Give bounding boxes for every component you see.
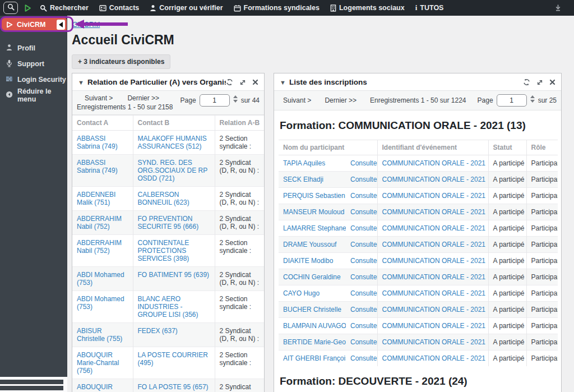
table-cell[interactable]: COMMUNICATION ORALE - 2021: [377, 188, 488, 204]
cell-link[interactable]: COMMUNICATION ORALE - 2021: [382, 192, 485, 200]
table-cell[interactable]: COMMUNICATION ORALE - 2021: [377, 302, 488, 318]
cell-link[interactable]: CONTINENTALE PROTECTIONS SERVICES (398): [138, 239, 189, 262]
page-number-input[interactable]: [497, 94, 527, 107]
cell-link[interactable]: ABDERRAHIM Nabil (752): [77, 239, 122, 255]
table-cell[interactable]: Consulter: [346, 318, 377, 334]
table-cell[interactable]: BLAMPAIN AUVAGO Claude: [279, 318, 346, 334]
table-cell[interactable]: SECK Elhadji: [279, 172, 346, 188]
table-cell[interactable]: CAYO Hugo: [279, 285, 346, 302]
cell-link[interactable]: TAPIA Aquiles: [283, 159, 325, 167]
cell-link[interactable]: Consulter: [350, 224, 377, 232]
cell-link[interactable]: Consulter: [350, 257, 377, 265]
table-cell[interactable]: Consulter: [346, 302, 377, 318]
cell-link[interactable]: Consulter: [350, 192, 377, 200]
cell-link[interactable]: Consulter: [350, 289, 377, 297]
table-cell[interactable]: Consulter: [346, 351, 377, 367]
table-cell[interactable]: Consulter: [346, 285, 377, 302]
cell-link[interactable]: COMMUNICATION ORALE - 2021: [382, 338, 485, 346]
cell-link[interactable]: MALAKOFF HUMANIS ASSURANCES (512): [138, 135, 207, 150]
table-cell[interactable]: COMMUNICATION ORALE - 2021: [377, 237, 488, 253]
cell-link[interactable]: Consulter: [350, 159, 377, 167]
page-spinner[interactable]: [233, 94, 238, 103]
sidebar-item-profil[interactable]: Profil: [0, 40, 67, 56]
pager-last-link[interactable]: Dernier >>: [127, 94, 159, 102]
table-cell[interactable]: COMMUNICATION ORALE - 2021: [377, 269, 488, 285]
cell-link[interactable]: DRAME Youssouf: [283, 241, 336, 248]
table-cell[interactable]: Consulter: [346, 204, 377, 220]
table-cell[interactable]: MANSEUR Mouloud: [279, 204, 346, 220]
table-cell[interactable]: COCHIN Geraldine: [279, 269, 346, 285]
table-cell[interactable]: COMMUNICATION ORALE - 2021: [377, 172, 488, 188]
table-cell[interactable]: MALAKOFF HUMANIS ASSURANCES (512): [133, 131, 215, 155]
nav-item-contacts[interactable]: Contacts: [99, 4, 139, 12]
table-cell[interactable]: BERTIDE Marie-George: [279, 334, 346, 351]
close-icon[interactable]: [252, 79, 258, 85]
table-cell[interactable]: LAMARRE Stephane: [279, 220, 346, 237]
chevron-down-icon[interactable]: ▼: [280, 79, 286, 86]
table-cell[interactable]: ABOUQUIR Marie-Chantal (756): [72, 347, 133, 379]
pager-last-link[interactable]: Dernier >>: [325, 96, 357, 104]
cell-link[interactable]: COMMUNICATION ORALE - 2021: [382, 176, 485, 183]
table-cell[interactable]: CONTINENTALE PROTECTIONS SERVICES (398): [133, 235, 215, 267]
table-cell[interactable]: COMMUNICATION ORALE - 2021: [377, 155, 488, 172]
table-cell[interactable]: ABDI Mohamed (753): [72, 291, 133, 323]
quick-search-button[interactable]: [3, 2, 18, 14]
pager-next-link[interactable]: Suivant >: [283, 96, 311, 104]
cell-link[interactable]: COMMUNICATION ORALE - 2021: [382, 306, 485, 313]
cell-link[interactable]: Consulter: [350, 306, 377, 313]
cell-link[interactable]: ABDENNEBI Malik (751): [77, 191, 115, 206]
cell-link[interactable]: SECK Elhadji: [283, 176, 323, 183]
cell-link[interactable]: ABOUQUIR Marie-Chantal (756): [77, 383, 119, 392]
table-cell[interactable]: Consulter: [346, 334, 377, 351]
cell-link[interactable]: Consulter: [350, 241, 377, 248]
cell-link[interactable]: FO BATIMENT 95 (639): [138, 271, 210, 279]
refresh-icon[interactable]: [226, 79, 233, 86]
table-cell[interactable]: ABBASSI Sabrina (749): [72, 131, 133, 155]
expand-icon[interactable]: [536, 79, 543, 86]
nav-item-logements-sociaux[interactable]: Logements sociaux: [330, 4, 405, 12]
breadcrumb-civicrm-link[interactable]: CiviCRM: [72, 21, 100, 29]
cell-link[interactable]: ABDERRAHIM Nabil (752): [77, 215, 122, 230]
cell-link[interactable]: BERTIDE Marie-George: [283, 338, 346, 346]
cell-link[interactable]: Consulter: [350, 176, 377, 183]
cell-link[interactable]: BLANC AERO INDUSTRIES - GROUPE LISI (356…: [138, 295, 198, 319]
table-cell[interactable]: Consulter: [346, 253, 377, 269]
cell-link[interactable]: DIAKITE Modibo: [283, 257, 333, 265]
nav-item-corriger-ou-verifier[interactable]: Corriger ou vérifier: [150, 4, 223, 12]
table-cell[interactable]: ABOUQUIR Marie-Chantal (756): [72, 379, 133, 392]
nav-item-tutos[interactable]: i TUTOS: [415, 3, 444, 12]
table-cell[interactable]: ABDENNEBI Malik (751): [72, 187, 133, 211]
cell-link[interactable]: COMMUNICATION ORALE - 2021: [382, 208, 485, 216]
pager-next-link[interactable]: Suivant >: [85, 94, 113, 102]
cell-link[interactable]: LAMARRE Stephane: [283, 224, 346, 232]
cell-link[interactable]: COMMUNICATION ORALE - 2021: [382, 241, 485, 248]
civicrm-logo-icon[interactable]: [24, 4, 32, 12]
cell-link[interactable]: ABISUR Christelle (755): [77, 327, 122, 343]
cell-link[interactable]: BUCHER Christelle: [283, 306, 341, 313]
cell-link[interactable]: Consulter: [350, 322, 377, 330]
page-number-input[interactable]: [200, 94, 230, 107]
table-cell[interactable]: AIT GHERBI Françoise: [279, 351, 346, 367]
cell-link[interactable]: FO LA POSTE 95 (657): [138, 383, 209, 391]
cell-link[interactable]: COMMUNICATION ORALE - 2021: [382, 273, 485, 281]
cell-link[interactable]: CALBERSON BONNEUIL (623): [138, 191, 189, 206]
collapse-menu-icon[interactable]: [57, 20, 65, 30]
cell-link[interactable]: ABDI Mohamed (753): [77, 295, 124, 311]
table-cell[interactable]: ABDI Mohamed (753): [72, 267, 133, 291]
table-cell[interactable]: TAPIA Aquiles: [279, 155, 346, 172]
table-cell[interactable]: ABDERRAHIM Nabil (752): [72, 211, 133, 235]
download-icon[interactable]: [554, 4, 562, 12]
table-cell[interactable]: COMMUNICATION ORALE - 2021: [377, 204, 488, 220]
table-cell[interactable]: ABDERRAHIM Nabil (752): [72, 235, 133, 267]
table-cell[interactable]: Consulter: [346, 220, 377, 237]
table-cell[interactable]: DIAKITE Modibo: [279, 253, 346, 269]
table-cell[interactable]: CALBERSON BONNEUIL (623): [133, 187, 215, 211]
cell-link[interactable]: Consulter: [350, 338, 377, 346]
cell-link[interactable]: LA POSTE COURRIER (495): [138, 351, 208, 367]
cell-link[interactable]: COMMUNICATION ORALE - 2021: [382, 224, 485, 232]
cell-link[interactable]: COMMUNICATION ORALE - 2021: [382, 289, 485, 297]
nav-item-formations-syndicales[interactable]: Formations syndicales: [234, 4, 320, 12]
cell-link[interactable]: COMMUNICATION ORALE - 2021: [382, 354, 485, 362]
cell-link[interactable]: ABBASSI Sabrina (749): [77, 159, 118, 174]
nav-item-rechercher[interactable]: Rechercher: [40, 4, 89, 12]
